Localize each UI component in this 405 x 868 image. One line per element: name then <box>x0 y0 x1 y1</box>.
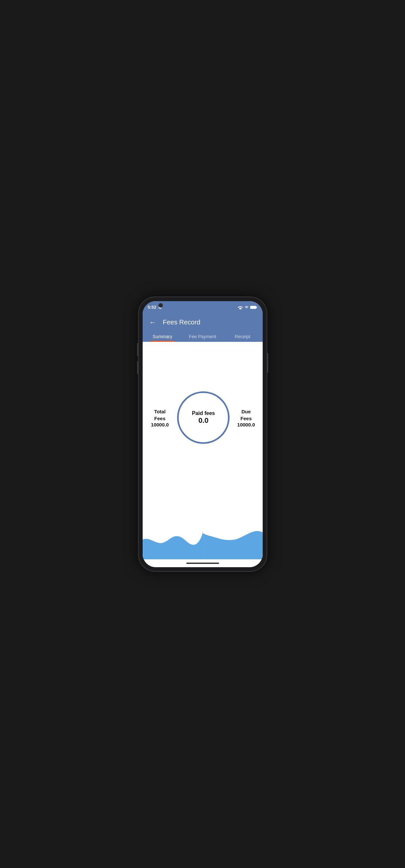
svg-rect-3 <box>251 306 255 308</box>
paid-fees-value: 0.0 <box>198 416 209 425</box>
due-fees-label: Due Fees <box>236 408 256 422</box>
home-bar <box>186 563 219 564</box>
wifi-icon <box>238 305 243 309</box>
svg-rect-2 <box>256 307 257 308</box>
signal-icon <box>244 305 249 309</box>
volume-down-button <box>137 361 138 374</box>
tab-fee-payment[interactable]: Fee Payment <box>183 331 223 342</box>
total-fees-label: Total Fees <box>149 408 171 422</box>
paid-fees-label: Paid fees <box>192 410 215 416</box>
total-fees-display: Total Fees 10000.0 <box>149 408 171 428</box>
fee-summary-section: Total Fees 10000.0 Paid fees 0.0 Due Fee… <box>143 342 263 494</box>
paid-fees-circle: Paid fees 0.0 <box>177 391 229 444</box>
phone-device: 5:52 ← <box>139 297 267 571</box>
power-button <box>267 353 268 373</box>
content-area: Total Fees 10000.0 Paid fees 0.0 Due Fee… <box>143 342 263 559</box>
app-bar: ← Fees Record <box>143 313 263 328</box>
volume-up-button <box>137 343 138 356</box>
tab-summary[interactable]: Summary <box>143 331 183 342</box>
phone-camera <box>158 303 163 308</box>
wave-chart <box>143 494 263 559</box>
total-fees-value: 10000.0 <box>149 422 171 428</box>
status-icons <box>238 305 257 309</box>
due-fees-value: 10000.0 <box>236 422 256 428</box>
tab-bar: Summary Fee Payment Receipt <box>143 328 263 342</box>
home-indicator <box>143 559 263 567</box>
back-button[interactable]: ← <box>148 317 158 328</box>
due-fees-display: Due Fees 10000.0 <box>236 408 256 428</box>
phone-screen: 5:52 ← <box>143 301 263 567</box>
wave-chart-svg <box>143 494 263 559</box>
tab-receipt[interactable]: Receipt <box>223 331 263 342</box>
page-title: Fees Record <box>163 318 201 326</box>
battery-icon <box>250 305 257 309</box>
time-display: 5:52 <box>148 305 156 310</box>
